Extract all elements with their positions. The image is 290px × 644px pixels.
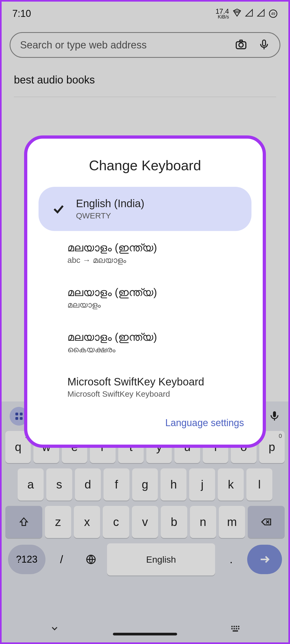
- home-indicator[interactable]: [113, 633, 177, 635]
- symbols-key[interactable]: ?123: [8, 545, 45, 574]
- svg-rect-16: [236, 628, 237, 629]
- keyboard-option-sub: abc → മലയാളം: [67, 256, 249, 265]
- keyboard-option-swiftkey[interactable]: Microsoft SwiftKey Keyboard Microsoft Sw…: [41, 365, 249, 409]
- keyboard-option-name: മലയാളം (ഇന്ത്യ): [67, 286, 249, 299]
- svg-rect-12: [236, 626, 237, 627]
- change-keyboard-dialog: Change Keyboard English (India) QWERTY മ…: [24, 135, 266, 448]
- keyboard-row-2: a s d f g h j k l: [2, 468, 288, 501]
- keyboard-option-malayalam-native[interactable]: മലയാളം (ഇന്ത്യ) മലയാളം: [41, 276, 249, 320]
- svg-rect-4: [16, 413, 18, 416]
- keyboard-option-sub: Microsoft SwiftKey Keyboard: [67, 389, 249, 399]
- enter-key[interactable]: [247, 545, 282, 574]
- key-b[interactable]: b: [161, 506, 187, 538]
- backspace-key[interactable]: [248, 506, 285, 538]
- space-key[interactable]: English: [107, 543, 215, 575]
- history-list: best audio books: [2, 58, 288, 108]
- address-bar[interactable]: Search or type web address: [10, 32, 280, 58]
- keyboard-option-name: English (India): [76, 198, 241, 210]
- camera-icon[interactable]: [235, 38, 247, 52]
- signal-icon-2: [257, 9, 265, 19]
- keyboard-option-sub: QWERTY: [76, 211, 241, 220]
- language-settings-link[interactable]: Language settings: [165, 417, 244, 428]
- status-bar: 7:10 17.4 KiB/s 49: [2, 2, 288, 26]
- keyboard-option-name: Microsoft SwiftKey Keyboard: [67, 376, 249, 388]
- keyboard-option-name: മലയാളം (ഇന്ത്യ): [67, 331, 249, 343]
- key-h[interactable]: h: [161, 468, 186, 501]
- key-z[interactable]: z: [45, 506, 71, 538]
- key-s[interactable]: s: [46, 468, 72, 501]
- key-l[interactable]: l: [246, 468, 272, 501]
- key-d[interactable]: d: [75, 468, 101, 501]
- keyboard-row-3: z x c v b n m: [2, 506, 288, 538]
- svg-rect-15: [234, 628, 235, 629]
- svg-rect-5: [20, 413, 23, 416]
- address-placeholder: Search or type web address: [20, 39, 227, 51]
- clock: 7:10: [12, 8, 31, 19]
- keyboard-option-malayalam-translit[interactable]: മലയാളം (ഇന്ത്യ) abc → മലയാളം: [41, 231, 249, 276]
- svg-rect-11: [234, 626, 235, 627]
- key-j[interactable]: j: [189, 468, 215, 501]
- key-c[interactable]: c: [103, 506, 129, 538]
- nav-bar: [2, 616, 288, 642]
- history-item[interactable]: best audio books: [14, 74, 276, 97]
- signal-icon-1: [245, 9, 253, 19]
- keyboard-option-english[interactable]: English (India) QWERTY: [39, 187, 251, 231]
- key-g[interactable]: g: [132, 468, 158, 501]
- keyboard-option-name: മലയാളം (ഇന്ത്യ): [67, 242, 249, 254]
- slash-key[interactable]: /: [48, 545, 75, 574]
- globe-key[interactable]: [78, 545, 104, 574]
- svg-rect-17: [238, 628, 239, 629]
- svg-rect-3: [263, 40, 266, 46]
- keyboard-hide-icon[interactable]: [230, 623, 240, 635]
- svg-rect-13: [238, 626, 239, 627]
- network-speed: 17.4 KiB/s: [215, 8, 229, 19]
- mic-icon[interactable]: [258, 39, 270, 51]
- svg-point-2: [239, 43, 243, 47]
- keyboard-option-malayalam-handwrite[interactable]: മലയാളം (ഇന്ത്യ) കൈയക്ഷരം: [41, 320, 249, 365]
- key-f[interactable]: f: [104, 468, 129, 501]
- status-icons: 17.4 KiB/s 49: [215, 8, 278, 19]
- check-icon: [49, 203, 68, 215]
- keyboard-row-4: ?123 / English .: [2, 543, 288, 575]
- svg-rect-6: [16, 417, 18, 420]
- key-n[interactable]: n: [190, 506, 216, 538]
- nav-back-icon[interactable]: [50, 624, 59, 634]
- key-v[interactable]: v: [132, 506, 158, 538]
- key-m[interactable]: m: [219, 506, 245, 538]
- svg-rect-8: [273, 411, 276, 417]
- keyboard-mic-icon[interactable]: [269, 410, 280, 423]
- battery-icon: 49: [269, 9, 278, 18]
- svg-rect-7: [20, 417, 23, 420]
- vpn-icon: [233, 8, 241, 19]
- period-key[interactable]: .: [218, 545, 245, 574]
- key-a[interactable]: a: [18, 468, 44, 501]
- keyboard-option-sub: മലയാളം: [67, 300, 249, 310]
- keyboard-option-sub: കൈയക്ഷരം: [67, 345, 249, 354]
- dialog-title: Change Keyboard: [27, 157, 263, 173]
- svg-rect-18: [233, 630, 238, 632]
- shift-key[interactable]: [5, 506, 42, 538]
- key-x[interactable]: x: [74, 506, 100, 538]
- keyboard-list: English (India) QWERTY മലയാളം (ഇന്ത്യ) a…: [27, 187, 263, 409]
- svg-rect-14: [231, 628, 233, 629]
- svg-rect-10: [231, 626, 233, 627]
- key-k[interactable]: k: [218, 468, 244, 501]
